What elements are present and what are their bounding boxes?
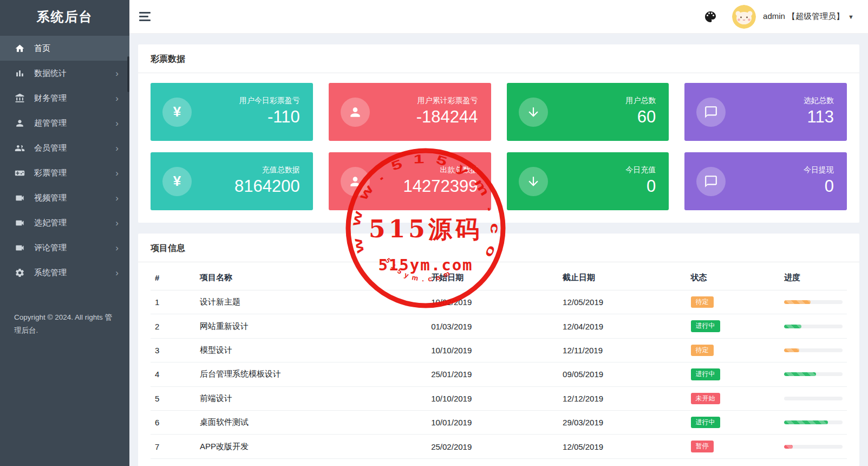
gamepad-icon [15, 168, 25, 178]
status-badge: 进行中 [691, 320, 720, 332]
stat-card-label: 今日充值 [625, 165, 656, 175]
arrow-down-icon [519, 98, 548, 127]
top-header: admin 【超级管理员】 ▼ [129, 0, 868, 34]
stat-card-value: 113 [804, 107, 834, 128]
theme-palette-icon[interactable] [704, 10, 717, 23]
sidebar-item-彩票管理[interactable]: 彩票管理› [0, 160, 129, 185]
status-badge: 进行中 [691, 368, 720, 380]
sidebar-item-财务管理[interactable]: 财务管理› [0, 86, 129, 111]
current-user[interactable]: admin 【超级管理员】 [763, 11, 844, 22]
video-icon [15, 243, 25, 253]
column-header: # [151, 262, 195, 290]
sidebar: 系统后台 首页数据统计›财务管理›超管管理›会员管理›彩票管理›视频管理›选妃管… [0, 0, 129, 466]
start-date: 10/02/2019 [427, 290, 558, 314]
sidebar-item-系统管理[interactable]: 系统管理› [0, 260, 129, 285]
row-number: 6 [151, 410, 195, 434]
sidebar-item-label: 系统管理 [34, 268, 67, 278]
stat-card-value: -110 [239, 107, 300, 128]
sidebar-item-会员管理[interactable]: 会员管理› [0, 135, 129, 160]
chevron-down-icon[interactable]: ▼ [848, 14, 854, 20]
progress-fill [784, 300, 811, 304]
sidebar-item-视频管理[interactable]: 视频管理› [0, 185, 129, 210]
sidebar-toggle-icon[interactable] [139, 11, 153, 22]
stat-card-选妃总数: 选妃总数113 [684, 83, 847, 141]
sidebar-item-数据统计[interactable]: 数据统计› [0, 61, 129, 86]
progress-bar [784, 397, 843, 400]
sidebar-item-首页[interactable]: 首页 [0, 36, 129, 61]
end-date: 12/11/2019 [558, 338, 687, 362]
progress-fill [784, 445, 793, 449]
chevron-right-icon: › [115, 268, 119, 277]
start-date: 10/01/2019 [427, 410, 558, 434]
chevron-right-icon: › [115, 193, 119, 203]
progress-bar [784, 420, 843, 424]
stat-card-label: 选妃总数 [804, 96, 834, 106]
bank-icon [15, 93, 25, 103]
chevron-right-icon: › [115, 218, 119, 228]
table-row: 1设计新主题10/02/201912/05/2019待定 [151, 290, 847, 314]
users-icon [15, 143, 25, 153]
sidebar-item-label: 视频管理 [34, 193, 67, 203]
project-panel-title: 项目信息 [138, 234, 859, 262]
stat-card-label: 出款总数据 [403, 165, 478, 175]
chat-icon [696, 167, 726, 196]
end-date: 29/03/2019 [558, 410, 687, 434]
project-name: 后台管理系统模板设计 [195, 363, 427, 386]
stat-card-用户累计彩票盈亏: 用户累计彩票盈亏-184244 [329, 83, 491, 141]
stat-card-value: 0 [625, 176, 656, 197]
column-header: 项目名称 [195, 262, 427, 290]
status-badge: 待定 [691, 345, 714, 356]
sidebar-item-超管管理[interactable]: 超管管理› [0, 111, 129, 135]
chevron-right-icon: › [115, 69, 119, 78]
sidebar-scrollbar[interactable] [127, 56, 129, 92]
end-date: 12/12/2019 [558, 386, 687, 410]
sidebar-item-label: 选妃管理 [34, 218, 67, 228]
progress-fill [784, 420, 828, 424]
table-row: 4后台管理系统模板设计25/01/201909/05/2019进行中 [151, 363, 847, 386]
sidebar-item-label: 超管管理 [34, 118, 67, 128]
status-badge: 暂停 [691, 441, 714, 452]
user-icon [341, 98, 370, 127]
progress-fill [784, 325, 801, 328]
stat-card-label: 充值总数据 [234, 165, 300, 175]
bar-chart-icon [15, 68, 25, 79]
stat-card-出款总数据: 出款总数据14272399 [329, 152, 491, 210]
project-info-panel: 项目信息 #项目名称开始日期截止日期状态进度 1设计新主题10/02/20191… [138, 234, 859, 466]
project-name: 设计新主题 [195, 290, 427, 314]
column-header: 开始日期 [427, 262, 558, 290]
row-number: 3 [151, 338, 195, 362]
sidebar-item-选妃管理[interactable]: 选妃管理› [0, 210, 129, 235]
sidebar-item-label: 数据统计 [34, 68, 67, 79]
row-number: 2 [151, 314, 195, 338]
project-name: 网站重新设计 [195, 314, 427, 338]
project-name: 模型设计 [195, 338, 427, 362]
row-number: 7 [151, 435, 195, 458]
progress-bar [784, 300, 843, 304]
stat-card-label: 用户累计彩票盈亏 [416, 96, 478, 106]
sidebar-item-评论管理[interactable]: 评论管理› [0, 235, 129, 260]
sidebar-item-label: 彩票管理 [34, 168, 67, 178]
sidebar-nav: 首页数据统计›财务管理›超管管理›会员管理›彩票管理›视频管理›选妃管理›评论管… [0, 36, 129, 285]
avatar[interactable] [732, 5, 756, 29]
table-header-row: #项目名称开始日期截止日期状态进度 [151, 262, 847, 290]
end-date: 12/05/2019 [558, 435, 687, 458]
chevron-right-icon: › [115, 169, 119, 178]
start-date: 10/10/2019 [427, 338, 558, 362]
chevron-right-icon: › [115, 94, 119, 103]
project-name: 前端设计 [195, 386, 427, 410]
stat-card-value: 14272399 [403, 176, 478, 197]
lottery-data-panel: 彩票数据 ¥用户今日彩票盈亏-110用户累计彩票盈亏-184244用户总数60选… [138, 44, 859, 223]
table-row: 5前端设计10/10/201912/12/2019未开始 [151, 386, 847, 410]
end-date: 12/04/2019 [558, 314, 687, 338]
start-date: 01/03/2019 [427, 314, 558, 338]
end-date: 12/05/2019 [558, 290, 687, 314]
row-number: 5 [151, 386, 195, 410]
progress-bar [784, 372, 843, 376]
stat-cards: ¥用户今日彩票盈亏-110用户累计彩票盈亏-184244用户总数60选妃总数11… [138, 73, 859, 223]
app-title: 系统后台 [0, 0, 129, 34]
sidebar-item-label: 首页 [34, 43, 50, 54]
progress-bar [784, 325, 843, 328]
stat-card-label: 今日提现 [804, 165, 834, 175]
stat-card-value: 60 [625, 107, 656, 128]
chevron-right-icon: › [115, 119, 119, 128]
